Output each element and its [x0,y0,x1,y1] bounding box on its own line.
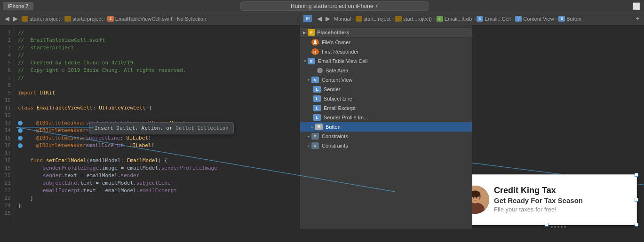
outlet-circle-1[interactable] [18,121,23,125]
tree-item-email-cell[interactable]: ▾ E Email Table View Cell [300,56,472,66]
sender-profile-icon: L [313,114,321,121]
code-line [18,97,296,104]
tree-item-sender[interactable]: L Sender [300,85,472,94]
ib-breadcrumb-5[interactable]: Content View [523,16,554,22]
code-editor: 12345 678910 1112131415 1617181920 21222… [0,25,300,229]
tree-item-constraints-1[interactable]: ▸ ≡ Constraints [300,132,472,141]
outlet-circle-4[interactable] [18,143,23,148]
code-panel: ◀ ▶ starterproject › starterproject › S … [0,12,300,229]
email-cell-toggle[interactable]: ▾ [302,59,308,63]
outlet-circle-2[interactable] [18,128,23,133]
ib-breadcrumb-manual[interactable]: Manual [334,16,351,22]
code-line [18,112,296,119]
tree-item-constraints-2[interactable]: ▸ ≡ Constraints [300,141,472,150]
constraints-1-label: Constraints [322,133,348,139]
tree-item-first-responder[interactable]: R First Responder [300,47,472,56]
subject-line-label: Subject Line [324,96,352,101]
placeholders-icon: P [308,29,315,36]
constraints-2-toggle[interactable]: ▸ [306,143,311,148]
swift-file-icon: S [107,16,114,22]
code-breadcrumb-bar: ◀ ▶ starterproject › starterproject › S … [0,12,300,25]
device-tab[interactable]: iPhone 7 [3,2,33,10]
preview-avatar [472,186,489,214]
code-line: } [18,202,296,210]
handle-dot-1 [551,226,553,228]
resize-handle-bm[interactable] [545,223,549,226]
line-numbers: 12345 678910 1112131415 1617181920 21222… [0,25,14,229]
code-line: // [18,74,296,82]
code-line [18,210,296,217]
code-content: // // EmailTableViewCell.swift // starte… [14,25,300,229]
code-breadcrumb: starterproject › starterproject › S Emai… [22,16,206,22]
code-line: emailExcerpt.text = emailModel.emailExce… [18,187,296,195]
tree-item-subject-line[interactable]: L Subject Line [300,94,472,103]
tree-item-button[interactable]: ▸ B Button [300,122,472,132]
constraints-2-icon: ≡ [311,142,319,149]
code-line: // [18,29,296,37]
sender-profile-label: Sender Profile Im... [324,115,368,120]
tree-item-safe-area[interactable]: Safe Area [300,66,472,75]
files-owner-label: File's Owner [322,39,350,45]
ib-xib-icon: x [437,16,443,22]
constraints-1-toggle[interactable]: ▸ [306,134,311,139]
code-line: // [18,52,296,59]
placeholders-header: ▸ P Placeholders [300,27,472,38]
resize-handle-mr[interactable] [635,198,638,202]
tree-item-sender-profile[interactable]: L Sender Profile Im... [300,113,472,122]
content-view-toggle[interactable]: ▾ [306,78,311,82]
grid-view-btn[interactable]: ⊞ [303,15,312,23]
tree-item-content-view[interactable]: ▾ V Content View [300,75,472,85]
button-toggle[interactable]: ▸ [310,125,315,129]
ib-breadcrumb-4[interactable]: Emaii...Cell [485,16,511,22]
resize-handle-br[interactable] [635,223,638,226]
ib-btn-icon: B [558,16,565,22]
email-cell-label: Email Table View Cell [318,58,367,64]
nav-forward-btn[interactable]: ▶ [11,14,20,23]
view-mode-buttons: ⊞ [303,15,312,23]
svg-point-8 [476,197,477,199]
preview-text-area: Credit King Tax Get Ready For Tax Season… [494,186,632,214]
canvas-handle-bar [551,226,566,228]
add-ib-item-btn[interactable]: + [634,14,641,23]
sender-label: Sender [324,86,340,92]
email-excerpt-label: Email Excerpt [324,105,356,111]
tree-item-email-excerpt[interactable]: L Email Excerpt [300,103,472,113]
handle-dot-5 [564,226,566,228]
breadcrumb-item-2[interactable]: starterproject [72,16,103,22]
first-responder-icon: R [311,48,319,55]
preview-body: File your taxes for free! [494,205,632,214]
content-view-icon: V [311,77,319,83]
safe-area-icon [317,68,323,73]
preview-title: Credit King Tax [494,186,632,196]
ib-breadcrumb-3[interactable]: Emaii...ll.xib [445,16,472,22]
code-line: // starterproject [18,44,296,52]
ib-nav-forward-btn[interactable]: ▶ [324,14,332,23]
constraints-1-icon: ≡ [311,133,319,140]
outlet-circle-3[interactable] [18,136,23,141]
placeholders-triangle[interactable]: ▸ [303,30,306,36]
ib-proj-icon-2 [395,16,402,22]
breadcrumb-item-3[interactable]: EmailTableViewCell.swift [115,16,172,22]
tree-item-files-owner[interactable]: File's Owner [300,38,472,47]
resize-handle-tr[interactable] [635,173,638,177]
interface-builder-panel: ⊞ ◀ ▶ Manual › start...roject › start...… [300,12,644,229]
files-owner-icon [311,39,319,46]
ib-breadcrumb-6[interactable]: Button [566,16,581,22]
ib-nav-back-btn[interactable]: ◀ [315,14,324,23]
breadcrumb-item-1[interactable]: starterproject [30,16,60,22]
breadcrumb-item-4[interactable]: No Selection [177,16,206,22]
fullscreen-icon[interactable]: ⬜ [631,1,641,11]
ib-toolbar: ⊞ ◀ ▶ Manual › start...roject › start...… [300,12,644,25]
email-preview-card: Credit King Tax Get Ready For Tax Season… [472,174,637,225]
document-outline-tree[interactable]: ▸ P Placeholders File's Owner [300,25,472,229]
ib-canvas: Credit King Tax Get Ready For Tax Season… [472,25,644,229]
content-view-label: Content View [322,77,352,83]
ib-content-area: ▸ P Placeholders File's Owner [300,25,644,229]
ib-view-icon: V [515,16,522,22]
ib-breadcrumb-1[interactable]: start...roject [364,16,390,22]
ib-breadcrumb-2[interactable]: start...roject) [403,16,432,22]
code-line [18,149,296,157]
button-label: Button [326,124,341,130]
button-icon: B [315,124,323,130]
nav-back-btn[interactable]: ◀ [3,14,11,23]
